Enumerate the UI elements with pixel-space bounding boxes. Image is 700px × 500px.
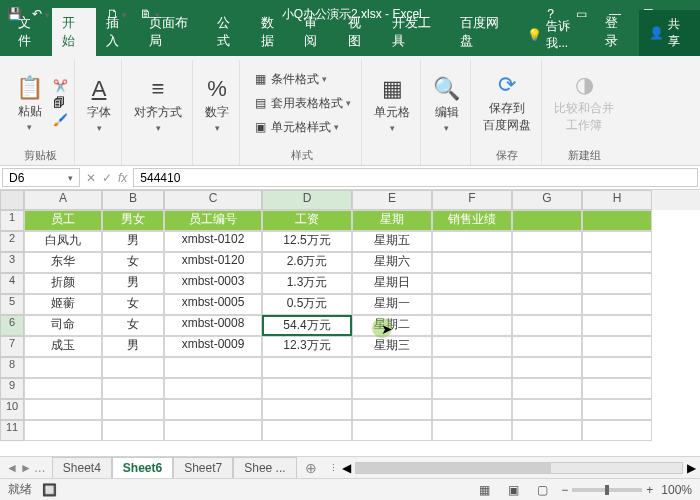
data-cell[interactable] (432, 294, 512, 315)
data-cell[interactable] (352, 399, 432, 420)
sheet-nav-last-icon[interactable]: ► (20, 461, 32, 475)
data-cell[interactable]: 男 (102, 336, 164, 357)
zoom-out-icon[interactable]: − (561, 483, 568, 497)
data-cell[interactable]: 1.3万元 (262, 273, 352, 294)
data-cell[interactable]: 54.4万元 (262, 315, 352, 336)
view-layout-icon[interactable]: ▣ (503, 480, 524, 500)
data-cell[interactable] (432, 357, 512, 378)
sheet-tab[interactable]: Sheet6 (112, 457, 173, 479)
data-cell[interactable] (582, 231, 652, 252)
tab-文件[interactable]: 文件 (8, 8, 52, 56)
data-cell[interactable] (164, 420, 262, 441)
data-cell[interactable]: 东华 (24, 252, 102, 273)
row-header[interactable]: 8 (0, 357, 24, 378)
worksheet-grid[interactable]: ABCDEFGH 1员工男女员工编号工资星期销售业绩2白凤九男xmbst-010… (0, 190, 700, 456)
row-header[interactable]: 10 (0, 399, 24, 420)
view-pagebreak-icon[interactable]: ▢ (532, 480, 553, 500)
format-painter-icon[interactable]: 🖌️ (53, 113, 68, 127)
data-cell[interactable] (512, 315, 582, 336)
data-cell[interactable]: 星期二 (352, 315, 432, 336)
editing-button[interactable]: 🔍编辑▾ (429, 72, 464, 137)
tab-开发工具[interactable]: 开发工具 (382, 8, 450, 56)
data-cell[interactable]: 星期六 (352, 252, 432, 273)
col-header-G[interactable]: G (512, 190, 582, 210)
data-cell[interactable]: 星期三 (352, 336, 432, 357)
sheet-nav-first-icon[interactable]: ◄ (6, 461, 18, 475)
data-cell[interactable] (512, 231, 582, 252)
row-header[interactable]: 3 (0, 252, 24, 273)
scroll-split-icon[interactable]: ⋮ (329, 463, 338, 473)
data-cell[interactable] (164, 378, 262, 399)
data-cell[interactable]: xmbst-0102 (164, 231, 262, 252)
data-cell[interactable]: 0.5万元 (262, 294, 352, 315)
data-cell[interactable]: 星期五 (352, 231, 432, 252)
name-box[interactable]: D6▾ (2, 168, 80, 187)
data-cell[interactable]: 女 (102, 294, 164, 315)
col-header-B[interactable]: B (102, 190, 164, 210)
data-cell[interactable] (432, 231, 512, 252)
sheet-tab[interactable]: Sheet4 (52, 457, 112, 479)
login-link[interactable]: 登录 (595, 8, 640, 56)
data-cell[interactable] (352, 420, 432, 441)
header-cell[interactable]: 工资 (262, 210, 352, 231)
col-header-D[interactable]: D (262, 190, 352, 210)
data-cell[interactable] (582, 252, 652, 273)
sheet-tab[interactable]: Sheet7 (173, 457, 233, 479)
data-cell[interactable]: 女 (102, 252, 164, 273)
col-header-F[interactable]: F (432, 190, 512, 210)
cells-button[interactable]: ▦单元格▾ (370, 72, 414, 137)
data-cell[interactable]: 2.6万元 (262, 252, 352, 273)
data-cell[interactable] (512, 294, 582, 315)
data-cell[interactable] (102, 378, 164, 399)
data-cell[interactable] (582, 357, 652, 378)
row-header[interactable]: 2 (0, 231, 24, 252)
tab-审阅[interactable]: 审阅 (294, 8, 338, 56)
data-cell[interactable]: 男 (102, 231, 164, 252)
table-format-button[interactable]: ▤套用表格格式 ▾ (248, 93, 355, 114)
data-cell[interactable] (352, 378, 432, 399)
data-cell[interactable] (352, 357, 432, 378)
tab-数据[interactable]: 数据 (251, 8, 295, 56)
col-header-C[interactable]: C (164, 190, 262, 210)
data-cell[interactable]: xmbst-0009 (164, 336, 262, 357)
data-cell[interactable] (262, 378, 352, 399)
paste-button[interactable]: 📋 粘贴▾ (12, 71, 47, 136)
data-cell[interactable] (24, 399, 102, 420)
data-cell[interactable]: 12.5万元 (262, 231, 352, 252)
data-cell[interactable]: xmbst-0003 (164, 273, 262, 294)
data-cell[interactable] (432, 315, 512, 336)
header-cell[interactable] (582, 210, 652, 231)
data-cell[interactable] (582, 378, 652, 399)
data-cell[interactable]: xmbst-0008 (164, 315, 262, 336)
data-cell[interactable] (512, 336, 582, 357)
data-cell[interactable] (582, 273, 652, 294)
data-cell[interactable] (432, 399, 512, 420)
col-header-A[interactable]: A (24, 190, 102, 210)
data-cell[interactable] (24, 357, 102, 378)
tab-开始[interactable]: 开始 (52, 8, 96, 56)
data-cell[interactable] (512, 420, 582, 441)
row-header[interactable]: 6 (0, 315, 24, 336)
data-cell[interactable] (582, 315, 652, 336)
scroll-thumb[interactable] (356, 463, 552, 473)
col-header-E[interactable]: E (352, 190, 432, 210)
zoom-in-icon[interactable]: + (646, 483, 653, 497)
data-cell[interactable] (582, 420, 652, 441)
data-cell[interactable]: 星期日 (352, 273, 432, 294)
data-cell[interactable] (582, 294, 652, 315)
data-cell[interactable] (262, 357, 352, 378)
select-all-corner[interactable] (0, 190, 24, 210)
scroll-left-icon[interactable]: ◀ (342, 461, 351, 475)
zoom-level[interactable]: 100% (661, 483, 692, 497)
horizontal-scrollbar[interactable]: ⋮ ◀ ▶ (325, 461, 700, 475)
formula-input[interactable]: 544410 (133, 168, 698, 187)
align-button[interactable]: ≡对齐方式▾ (130, 72, 186, 137)
data-cell[interactable] (582, 399, 652, 420)
data-cell[interactable] (262, 420, 352, 441)
row-header[interactable]: 1 (0, 210, 24, 231)
header-cell[interactable]: 男女 (102, 210, 164, 231)
data-cell[interactable] (512, 378, 582, 399)
enter-fx-icon[interactable]: ✓ (102, 171, 112, 185)
data-cell[interactable]: 星期一 (352, 294, 432, 315)
zoom-slider[interactable]: −+ (561, 483, 653, 497)
